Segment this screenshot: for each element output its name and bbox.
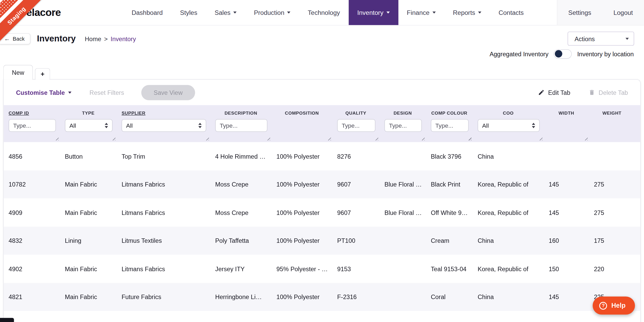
help-label: Help bbox=[611, 302, 626, 309]
cell-coo: China bbox=[473, 237, 544, 244]
inventory-panel: Customise Table Reset Filters Save View … bbox=[3, 79, 641, 322]
select-value: All bbox=[69, 122, 76, 129]
column-label-coo[interactable]: COO bbox=[473, 110, 544, 116]
chevron-down-icon bbox=[68, 91, 72, 94]
delete-tab-label: Delete Tab bbox=[599, 89, 628, 96]
cell-supplier: Future Fabrics bbox=[117, 293, 210, 300]
table-row[interactable]: 241ThreadClassic TrimsNO 8 O/E Thread100… bbox=[4, 311, 640, 322]
column-label-type[interactable]: TYPE bbox=[60, 110, 117, 116]
column-resize-handle[interactable] bbox=[266, 136, 270, 140]
back-button[interactable]: ← Back bbox=[0, 33, 30, 44]
cell-coo: China bbox=[473, 153, 544, 160]
column-label-weight[interactable]: WEIGHT bbox=[589, 110, 635, 116]
cell-weight: 220 bbox=[589, 265, 635, 272]
column-label-design[interactable]: DESIGN bbox=[380, 110, 426, 116]
inventory-view-toggle-row: Aggregated Inventory Inventory by locati… bbox=[0, 47, 644, 61]
cell-description: 4 Hole Rimmed … bbox=[210, 153, 271, 160]
brand-logo-text: elacore bbox=[26, 7, 61, 18]
column-resize-handle[interactable] bbox=[467, 136, 472, 140]
actions-label: Actions bbox=[575, 35, 595, 42]
save-view-button[interactable]: Save View bbox=[141, 85, 195, 100]
nav-item-logout[interactable]: Logout bbox=[602, 0, 644, 25]
toolbar-right: Edit Tab Delete Tab bbox=[538, 89, 628, 96]
edit-tab-button[interactable]: Edit Tab bbox=[538, 89, 570, 96]
actions-dropdown[interactable]: Actions bbox=[568, 32, 634, 46]
cell-comp_id: 10782 bbox=[4, 181, 60, 188]
top-navbar: elacore DashboardStylesSalesProductionTe… bbox=[0, 0, 644, 26]
reset-filters-button[interactable]: Reset Filters bbox=[90, 89, 124, 96]
cell-weight: 275 bbox=[589, 181, 635, 188]
filter-input-description[interactable] bbox=[215, 119, 267, 132]
column-resize-handle[interactable] bbox=[205, 136, 209, 140]
breadcrumb-home[interactable]: Home bbox=[85, 35, 101, 42]
customise-table-button[interactable]: Customise Table bbox=[16, 89, 71, 96]
column-label-supplier[interactable]: SUPPLIER bbox=[117, 110, 210, 116]
column-resize-handle[interactable] bbox=[584, 136, 588, 140]
table-row[interactable]: 4821Main FabricFuture FabricsHerringbone… bbox=[4, 283, 640, 311]
delete-tab-button[interactable]: Delete Tab bbox=[588, 89, 628, 96]
table-row[interactable]: 4856ButtonTop Trim4 Hole Rimmed …100% Po… bbox=[4, 142, 640, 170]
nav-item-reports[interactable]: Reports bbox=[444, 0, 490, 25]
nav-item-finance[interactable]: Finance bbox=[398, 0, 444, 25]
filter-select-supplier[interactable]: All bbox=[122, 119, 206, 132]
plus-icon: + bbox=[41, 70, 45, 78]
nav-item-sales[interactable]: Sales bbox=[206, 0, 245, 25]
nav-item-styles[interactable]: Styles bbox=[171, 0, 206, 25]
table-row[interactable]: 4832LiningLitmus TextilesPoly Taffetta10… bbox=[4, 226, 640, 255]
filter-input-comp_colour[interactable] bbox=[431, 119, 469, 132]
table-row[interactable]: 4902Main FabricLitmans FabricsJersey ITY… bbox=[4, 255, 640, 283]
filter-input-comp_id[interactable] bbox=[9, 119, 56, 132]
cell-composition: 100% Polyester bbox=[271, 209, 332, 216]
inventory-by-location-label: Inventory by location bbox=[577, 50, 634, 57]
filter-input-quality[interactable] bbox=[337, 119, 375, 132]
column-label-composition[interactable]: COMPOSITION bbox=[271, 110, 332, 116]
column-resize-handle[interactable] bbox=[374, 136, 378, 140]
filter-select-type[interactable]: All bbox=[65, 119, 113, 132]
column-label-quality[interactable]: QUALITY bbox=[332, 110, 379, 116]
nav-item-label: Settings bbox=[568, 9, 591, 16]
column-label-comp_id[interactable]: COMP ID bbox=[4, 110, 60, 116]
add-tab-button[interactable]: + bbox=[35, 68, 50, 80]
nav-item-contacts[interactable]: Contacts bbox=[490, 0, 532, 25]
tab-new[interactable]: New bbox=[3, 65, 33, 80]
nav-item-production[interactable]: Production bbox=[245, 0, 299, 25]
column-label-comp_colour[interactable]: COMP COLOUR bbox=[426, 110, 473, 116]
column-resize-handle[interactable] bbox=[111, 136, 115, 140]
cell-width: 160 bbox=[544, 237, 589, 244]
column-resize-handle[interactable] bbox=[327, 136, 331, 140]
nav-item-label: Finance bbox=[407, 9, 430, 16]
column-header-composition: COMPOSITION bbox=[271, 110, 332, 142]
bottom-left-artifact bbox=[0, 318, 14, 322]
column-resize-handle[interactable] bbox=[55, 136, 59, 140]
nav-item-inventory[interactable]: Inventory bbox=[349, 0, 398, 25]
filter-input-design[interactable] bbox=[385, 119, 422, 132]
table-row[interactable]: 10782Main FabricLitmans FabricsMoss Crep… bbox=[4, 170, 640, 198]
cell-description: Herringbone Li… bbox=[210, 293, 271, 300]
nav-item-label: Contacts bbox=[499, 9, 524, 16]
inventory-view-toggle[interactable] bbox=[554, 49, 572, 58]
nav-item-settings[interactable]: Settings bbox=[557, 0, 602, 25]
cell-width: 145 bbox=[544, 181, 589, 188]
cell-coo: Korea, Republic of bbox=[473, 265, 544, 272]
column-resize-handle[interactable] bbox=[538, 136, 543, 140]
nav-item-technology[interactable]: Technology bbox=[299, 0, 349, 25]
cell-composition: 100% Polyester bbox=[271, 153, 332, 160]
nav-item-label: Sales bbox=[215, 9, 231, 16]
chevron-down-icon bbox=[478, 11, 481, 14]
filter-select-coo[interactable]: All bbox=[478, 119, 540, 132]
select-value: All bbox=[126, 122, 133, 129]
column-header-comp_colour: COMP COLOUR bbox=[426, 110, 473, 142]
nav-item-dashboard[interactable]: Dashboard bbox=[123, 0, 171, 25]
column-resize-handle[interactable] bbox=[420, 136, 425, 140]
table-row[interactable]: 4909Main FabricLitmans FabricsMoss Crepe… bbox=[4, 198, 640, 226]
help-button[interactable]: ? Help bbox=[593, 296, 635, 314]
cell-composition: 100% Polyester bbox=[271, 181, 332, 188]
cell-composition: 100% Polyester bbox=[271, 293, 332, 300]
column-label-description[interactable]: DESCRIPTION bbox=[210, 110, 271, 116]
cell-description: Moss Crepe bbox=[210, 209, 271, 216]
cell-comp_colour: Coral bbox=[426, 293, 473, 300]
column-label-width[interactable]: WIDTH bbox=[544, 110, 589, 116]
nav-item-label: Logout bbox=[614, 9, 633, 16]
brand-logo[interactable]: elacore bbox=[0, 0, 98, 25]
select-arrows-icon bbox=[198, 123, 202, 128]
